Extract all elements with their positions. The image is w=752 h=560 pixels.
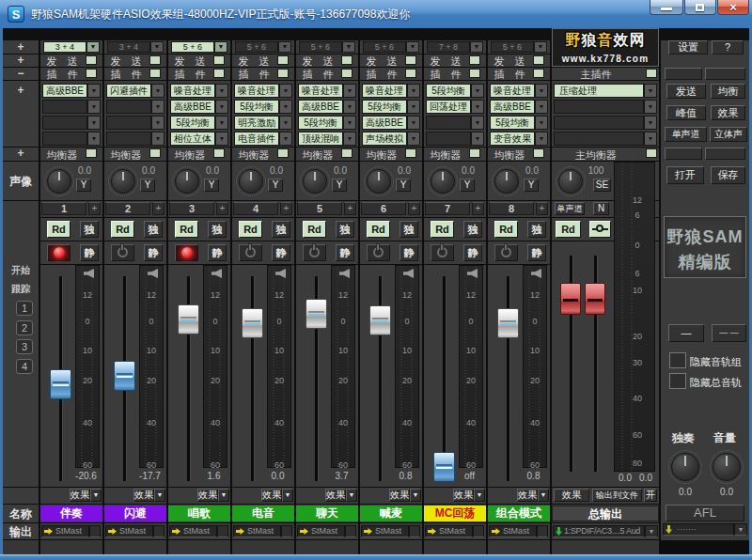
channel-6-effect-slot-1[interactable]: 噪音处理 ▼ [362,84,420,98]
channel-3-solo-button[interactable]: 独 [208,221,227,238]
channel-3-record-button[interactable] [175,244,198,261]
channel-output-seg[interactable] [473,525,484,537]
master-rd-button[interactable]: Rd [556,221,581,238]
master-output-select[interactable]: 1:SPDIF/AC3....5 Aud ▼ [553,525,658,537]
effect-slot-dropdown-arrow[interactable]: ▼ [215,84,228,98]
channel-7-plugin-indicator[interactable] [469,69,480,78]
channel-4-expand-button[interactable]: + [280,202,292,215]
channel-2-send-indicator[interactable] [149,55,161,65]
channel-5-plugin-indicator[interactable] [341,69,352,78]
effect-slot-dropdown-arrow[interactable]: ▼ [279,84,292,98]
master-mono-button[interactable]: 单声道 [555,202,585,215]
channel-6-eq-indicator[interactable] [405,148,416,158]
afl-button[interactable]: AFL [666,505,744,521]
channel-output-seg[interactable] [217,525,228,537]
channel-7-mute-button[interactable]: 静 [463,244,482,261]
effects-view-button[interactable]: 效果 [711,105,745,120]
effect-slot-dropdown-arrow[interactable]: ▼ [407,116,420,130]
channel-2-fader[interactable] [114,361,135,391]
channel-3-expand-button[interactable]: + [216,202,228,215]
channel-3-y-button[interactable]: Y [204,179,219,192]
effect-slot-dropdown-arrow[interactable]: ▼ [535,116,548,130]
channel-7-eq-indicator[interactable] [469,148,480,158]
help-button[interactable]: ? [712,40,744,54]
channel-8-effects-button[interactable]: 效果 [517,489,538,502]
effect-slot-dropdown-arrow[interactable]: ▼ [343,100,356,114]
channel-output-seg[interactable] [409,525,420,537]
panel-cell-2[interactable] [705,68,745,80]
master-output-dropdown-arrow[interactable]: ▼ [645,525,658,537]
channel-6-effects-button[interactable]: 效果 [389,489,410,502]
channel-6-send-indicator[interactable] [405,55,416,65]
channel-5-effects-arrow[interactable]: ▼ [346,489,357,502]
channel-1-mute-button[interactable]: 静 [80,244,99,261]
channel-8-name[interactable]: 组合模式 [488,506,550,521]
channel-1-input-select[interactable]: 3 + 4 ▼ [43,41,100,53]
narrow-all-button[interactable]: — — [712,324,746,342]
channel-8-input-select[interactable]: 5 + 6 ▼ [491,41,547,53]
channel-6-rd-button[interactable]: Rd [367,221,390,238]
channel-3-fader[interactable] [178,304,199,334]
channel-2-effects-button[interactable]: 效果 [133,489,154,502]
channel-3-effect-slot-1[interactable]: 噪音处理 ▼ [170,84,228,98]
channel-output-seg[interactable] [345,525,356,537]
channel-output-seg[interactable] [537,525,548,537]
channel-2-solo-button[interactable]: 独 [144,221,163,238]
stereo-button[interactable]: 立体声 [710,127,747,142]
channel-1-effect-slot-1[interactable]: 高级BBE ▼ [42,84,101,98]
channel-4-effect-slot-2[interactable]: 5段均衡 ▼ [234,100,292,114]
channel-8-rd-button[interactable]: Rd [494,221,518,238]
channel-3-mute-button[interactable]: 静 [208,244,227,261]
channel-7-send-indicator[interactable] [469,55,480,65]
channel-5-effect-slot-4[interactable]: 顶级混响 ▼ [298,132,356,146]
effect-slot-dropdown-arrow[interactable]: ▼ [151,84,164,98]
channel-7-solo-button[interactable]: 独 [463,221,482,238]
effect-slot-dropdown-arrow[interactable]: ▼ [151,116,164,130]
master-eq-indicator[interactable] [646,148,657,158]
channel-1-expand-button[interactable]: + [88,202,101,215]
effect-slot-dropdown-arrow[interactable]: ▼ [87,100,101,114]
narrow-button[interactable]: — [668,324,704,342]
channel-4-record-button[interactable] [239,244,262,261]
master-se-button[interactable]: SE [593,179,611,192]
channel-8-effect-slot-1[interactable]: 噪音处理 ▼ [490,84,548,98]
channel-1-output-select[interactable]: StMast [41,525,101,537]
channel-1-effects-arrow[interactable]: ▼ [90,489,102,502]
channel-1-pan-knob[interactable] [47,169,71,194]
send-view-button[interactable]: 发送 [666,84,706,99]
channel-6-expand-button[interactable]: + [408,202,420,215]
channel-2-eq-indicator[interactable] [149,148,161,158]
channel-5-solo-button[interactable]: 独 [336,221,354,238]
channel-5-send-indicator[interactable] [341,55,352,65]
channel-1-effect-slot-2[interactable]: ▼ [42,100,101,114]
channel-3-effect-slot-2[interactable]: 高级BBE ▼ [170,100,228,114]
channel-6-solo-button[interactable]: 独 [400,221,418,238]
channel-8-effects-arrow[interactable]: ▼ [538,489,549,502]
channel-4-number[interactable]: 4 [233,202,278,215]
track-group-4-button[interactable]: 4 [16,359,33,374]
channel-3-output-select[interactable]: StMast [169,525,228,537]
channel-6-plugin-indicator[interactable] [405,69,416,78]
channel-8-y-button[interactable]: Y [524,179,539,192]
channel-8-fader[interactable] [497,308,519,338]
channel-2-effect-slot-4[interactable]: ▼ [106,132,164,146]
effect-slot-dropdown-arrow[interactable]: ▼ [215,100,228,114]
effect-slot-dropdown-arrow[interactable]: ▼ [87,116,101,130]
channel-4-effect-slot-1[interactable]: 噪音处理 ▼ [234,84,292,98]
effect-slot-dropdown-arrow[interactable]: ▼ [279,100,292,114]
channel-1-eq-indicator[interactable] [86,148,97,158]
channel-7-rd-button[interactable]: Rd [431,221,454,238]
channel-4-name[interactable]: 电音 [232,506,294,521]
channel-output-seg[interactable] [281,525,292,537]
channel-1-effects-button[interactable]: 效果 [70,489,90,502]
volume-knob[interactable] [713,453,741,481]
solo-knob[interactable] [671,453,699,481]
channel-8-plugin-indicator[interactable] [533,69,544,78]
channel-4-effect-slot-4[interactable]: 电音插件 ▼ [234,132,292,146]
settings-button[interactable]: 设置 [668,40,708,54]
channel-2-rd-button[interactable]: Rd [111,221,134,238]
hide-track-group-checkbox[interactable] [669,352,686,368]
effect-slot-dropdown-arrow[interactable]: ▼ [215,116,228,130]
channel-2-expand-button[interactable]: + [152,202,164,215]
channel-6-effect-slot-2[interactable]: 5段均衡 ▼ [362,100,420,114]
